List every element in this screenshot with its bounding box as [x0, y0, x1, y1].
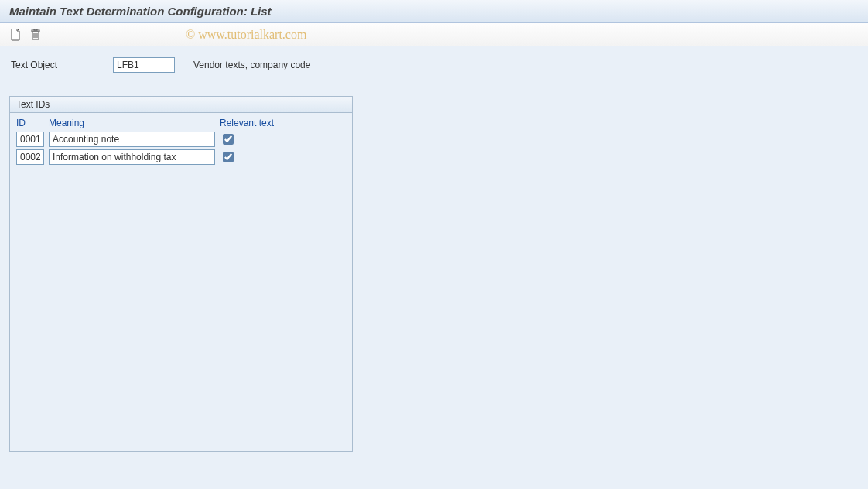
panel-title: Text IDs — [10, 97, 352, 113]
col-header-meaning: Meaning — [49, 118, 215, 128]
table-row — [16, 149, 346, 165]
id-input[interactable] — [16, 132, 44, 147]
panel-body: ID Meaning Relevant text — [10, 113, 352, 451]
svg-rect-5 — [34, 29, 37, 30]
id-input[interactable] — [16, 149, 44, 165]
text-object-row: Text Object Vendor texts, company code — [9, 57, 859, 73]
delete-button[interactable] — [28, 27, 43, 43]
text-object-description: Vendor texts, company code — [193, 60, 310, 70]
text-object-label: Text Object — [9, 60, 102, 70]
text-ids-panel: Text IDs ID Meaning Relevant text — [9, 96, 353, 452]
page-title: Maintain Text Determination Configuratio… — [9, 5, 272, 18]
title-bar: Maintain Text Determination Configuratio… — [0, 0, 868, 23]
grid-header: ID Meaning Relevant text — [16, 118, 346, 128]
meaning-input[interactable] — [49, 149, 215, 165]
relevant-checkbox[interactable] — [223, 152, 234, 162]
watermark: © www.tutorialkart.com — [186, 28, 306, 42]
page-icon — [10, 29, 21, 41]
text-object-input[interactable] — [113, 57, 175, 73]
relevant-checkbox[interactable] — [223, 134, 234, 145]
col-header-relevant: Relevant text — [220, 118, 289, 128]
table-row — [16, 132, 346, 147]
create-button[interactable] — [8, 27, 23, 43]
meaning-input[interactable] — [49, 132, 215, 147]
trash-icon — [30, 29, 41, 41]
toolbar: © www.tutorialkart.com — [0, 23, 868, 46]
col-header-id: ID — [16, 118, 44, 128]
content-area: Text Object Vendor texts, company code T… — [0, 46, 868, 489]
